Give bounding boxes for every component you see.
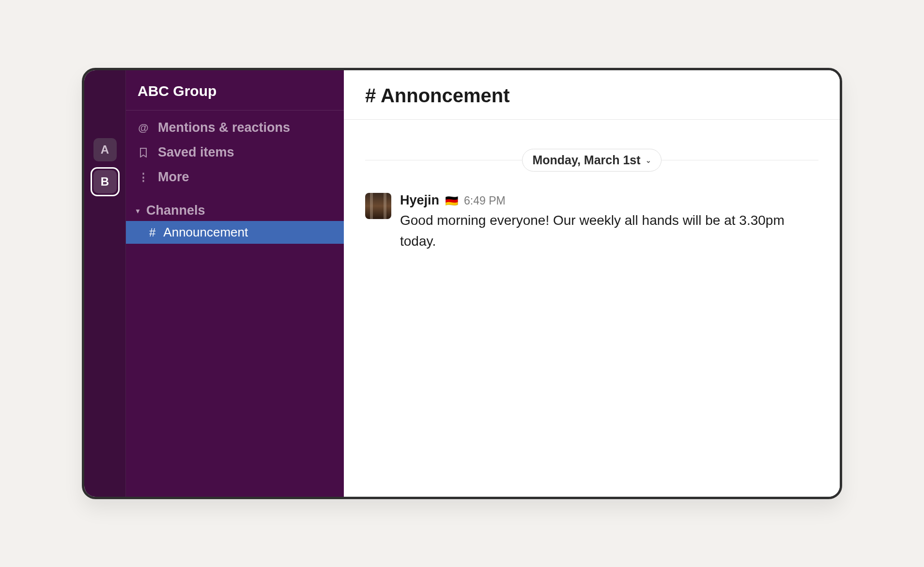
nav-label: Saved items — [158, 145, 234, 160]
nav-label: Mentions & reactions — [158, 120, 290, 135]
caret-down-icon: ▾ — [134, 207, 141, 215]
messages-area: Monday, March 1st ⌄ Hyejin 🇩🇪 6:49 PM Go… — [344, 120, 840, 497]
at-icon: @ — [138, 122, 149, 134]
message-time: 6:49 PM — [464, 194, 506, 207]
message-body: Hyejin 🇩🇪 6:49 PM Good morning everyone!… — [400, 193, 818, 252]
channel-name: Announcement — [163, 225, 248, 240]
workspace-rail: A B — [84, 70, 126, 497]
bookmark-icon — [138, 148, 149, 158]
workspace-switch-b[interactable]: B — [93, 170, 117, 193]
hash-icon: # — [149, 226, 155, 239]
sidebar-header[interactable]: ABC Group — [126, 70, 344, 110]
channel-header: # Annoncement — [344, 70, 840, 120]
main-panel: # Annoncement Monday, March 1st ⌄ Hyejin… — [344, 70, 840, 497]
message-header: Hyejin 🇩🇪 6:49 PM — [400, 193, 818, 208]
avatar[interactable] — [365, 193, 391, 219]
chevron-down-icon: ⌄ — [646, 157, 651, 164]
sender-name[interactable]: Hyejin — [400, 193, 439, 208]
nav-more[interactable]: ⋮ More — [126, 165, 344, 189]
app-window: A B ABC Group @ Mentions & reactions Sav… — [82, 68, 842, 499]
workspace-label: B — [101, 175, 109, 189]
sidebar-nav: @ Mentions & reactions Saved items ⋮ Mor… — [126, 110, 344, 249]
channels-section-header[interactable]: ▾ Channels — [126, 198, 344, 221]
date-label: Monday, March 1st — [532, 153, 640, 167]
workspace-switch-a[interactable]: A — [93, 138, 117, 161]
nav-mentions[interactable]: @ Mentions & reactions — [126, 115, 344, 140]
nav-saved-items[interactable]: Saved items — [126, 140, 344, 165]
workspace-title: ABC Group — [138, 83, 332, 99]
section-label: Channels — [146, 203, 205, 218]
date-divider: Monday, March 1st ⌄ — [365, 149, 818, 172]
message-row: Hyejin 🇩🇪 6:49 PM Good morning everyone!… — [365, 191, 818, 254]
channel-announcement[interactable]: # Announcement — [126, 221, 344, 244]
nav-label: More — [158, 170, 189, 185]
more-vertical-icon: ⋮ — [138, 171, 149, 184]
sidebar: ABC Group @ Mentions & reactions Saved i… — [126, 70, 344, 497]
message-text: Good morning everyone! Our weekly all ha… — [400, 210, 797, 252]
flag-icon: 🇩🇪 — [445, 195, 458, 207]
date-picker-button[interactable]: Monday, March 1st ⌄ — [522, 149, 661, 172]
channel-title: # Annoncement — [365, 85, 818, 107]
workspace-label: A — [101, 143, 109, 157]
